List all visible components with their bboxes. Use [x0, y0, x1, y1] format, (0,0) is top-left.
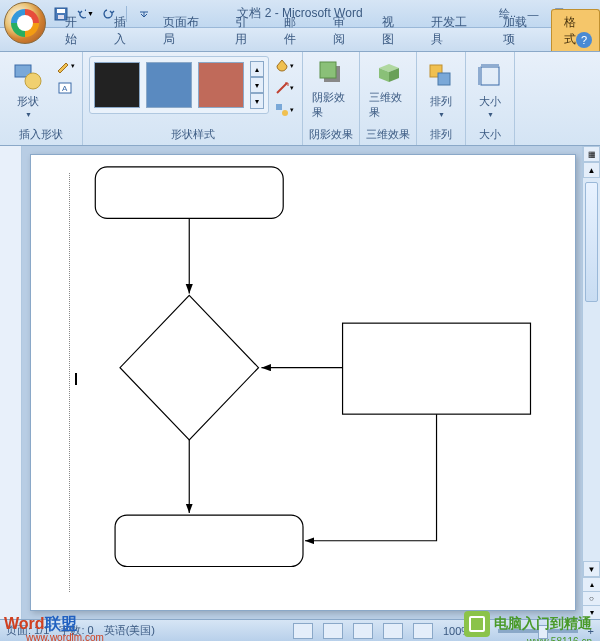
- cube-icon: [372, 58, 404, 88]
- group-label-size: 大小: [472, 125, 508, 143]
- view-outline-icon[interactable]: [383, 623, 403, 639]
- group-arrange: 排列▼ 排列: [417, 52, 466, 145]
- tab-references[interactable]: 引用: [222, 9, 271, 51]
- group-3d: 三维效果 三维效果: [360, 52, 417, 145]
- gallery-scroll[interactable]: ▴▾▾: [250, 61, 264, 109]
- group-label-3d: 三维效果: [366, 125, 410, 143]
- status-language[interactable]: 英语(美国): [104, 623, 155, 638]
- view-web-layout-icon[interactable]: [353, 623, 373, 639]
- shape-terminator-top: [95, 167, 283, 218]
- ribbon: 形状▼ ▾ A 插入形状 ▴▾▾ ▾ ▾ ▾ 形状样式: [0, 52, 600, 146]
- style-gallery[interactable]: ▴▾▾: [89, 56, 269, 114]
- group-label-shape-styles: 形状样式: [89, 125, 296, 143]
- watermark-58116: 电脑入门到精通 www.58116.cn: [464, 611, 592, 637]
- shape-fill-icon[interactable]: ▾: [273, 56, 295, 76]
- watermark-wordlm: Word联盟 www.wordlm.com: [4, 614, 77, 635]
- office-button[interactable]: [4, 2, 46, 44]
- group-size: 大小▼ 大小: [466, 52, 515, 145]
- tab-home[interactable]: 开始: [52, 9, 101, 51]
- shape-outline-icon[interactable]: ▾: [273, 78, 295, 98]
- shape-process-right: [343, 323, 531, 414]
- style-black[interactable]: [94, 62, 140, 108]
- view-draft-icon[interactable]: [413, 623, 433, 639]
- tab-format[interactable]: 格式: [551, 9, 600, 51]
- document-area: ▦ ▲ ▼ ▴ ○ ▾: [0, 146, 600, 619]
- help-icon[interactable]: ?: [576, 32, 592, 48]
- shadow-icon: [315, 58, 347, 88]
- shapes-button[interactable]: 形状▼: [6, 56, 50, 122]
- tab-mail[interactable]: 邮件: [271, 9, 320, 51]
- edit-shape-icon[interactable]: ▾: [54, 56, 76, 76]
- watermark-logo-icon: [464, 611, 490, 637]
- vertical-ruler[interactable]: [0, 146, 22, 619]
- shape-decision: [120, 295, 258, 439]
- svg-rect-7: [276, 104, 282, 110]
- tab-layout[interactable]: 页面布局: [150, 9, 222, 51]
- group-insert-shapes: 形状▼ ▾ A 插入形状: [0, 52, 83, 145]
- shadow-effects-button[interactable]: 阴影效果: [309, 56, 353, 122]
- tab-insert[interactable]: 插入: [101, 9, 150, 51]
- svg-text:A: A: [62, 84, 68, 93]
- change-shape-icon[interactable]: ▾: [273, 100, 295, 120]
- ribbon-tabs: 开始 插入 页面布局 引用 邮件 审阅 视图 开发工具 加载项 格式 ?: [0, 28, 600, 52]
- text-box-icon[interactable]: A: [54, 78, 76, 98]
- tab-review[interactable]: 审阅: [320, 9, 369, 51]
- scroll-up-icon[interactable]: ▲: [583, 162, 600, 178]
- 3d-effects-button[interactable]: 三维效果: [366, 56, 410, 122]
- group-shadow: 阴影效果 阴影效果: [303, 52, 360, 145]
- svg-rect-10: [320, 62, 336, 78]
- group-label-insert-shapes: 插入形状: [6, 125, 76, 143]
- browse-object-icon[interactable]: ○: [583, 591, 600, 605]
- group-label-shadow: 阴影效果: [309, 125, 353, 143]
- group-shape-styles: ▴▾▾ ▾ ▾ ▾ 形状样式: [83, 52, 303, 145]
- tab-addins[interactable]: 加载项: [490, 9, 551, 51]
- tab-developer[interactable]: 开发工具: [418, 9, 490, 51]
- flowchart-drawing[interactable]: [31, 155, 575, 610]
- arrange-icon: [425, 60, 457, 92]
- shape-terminator-bottom: [115, 515, 303, 566]
- scroll-down-icon[interactable]: ▼: [583, 561, 600, 577]
- tab-view[interactable]: 视图: [369, 9, 418, 51]
- prev-page-icon[interactable]: ▴: [583, 577, 600, 591]
- ruler-toggle-icon[interactable]: ▦: [583, 146, 600, 162]
- arrange-button[interactable]: 排列▼: [423, 56, 459, 122]
- view-print-layout-icon[interactable]: [293, 623, 313, 639]
- style-blue[interactable]: [146, 62, 192, 108]
- svg-point-8: [282, 110, 288, 116]
- document-scroll: ▦ ▲ ▼ ▴ ○ ▾: [22, 146, 600, 619]
- svg-rect-12: [438, 73, 450, 85]
- view-full-screen-icon[interactable]: [323, 623, 343, 639]
- shapes-icon: [12, 60, 44, 92]
- svg-rect-13: [481, 67, 499, 85]
- vertical-scrollbar[interactable]: ▦ ▲ ▼ ▴ ○ ▾: [582, 146, 600, 619]
- group-label-arrange: 排列: [423, 125, 459, 143]
- page[interactable]: [30, 154, 576, 611]
- style-red[interactable]: [198, 62, 244, 108]
- svg-point-4: [25, 73, 41, 89]
- scroll-thumb[interactable]: [585, 182, 598, 302]
- size-button[interactable]: 大小▼: [472, 56, 508, 122]
- size-icon: [474, 60, 506, 92]
